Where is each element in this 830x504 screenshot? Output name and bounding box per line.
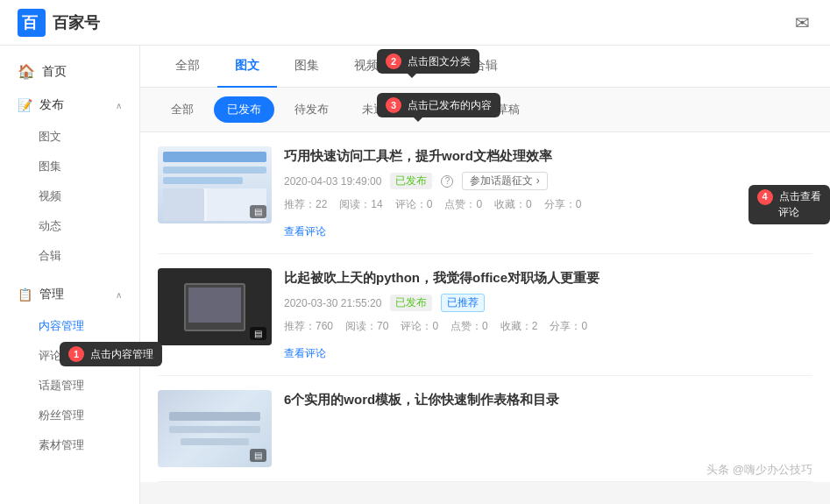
- subtab-pending[interactable]: 待发布: [281, 96, 342, 123]
- tooltip-graphic-tab: 2 点击图文分类: [377, 49, 479, 74]
- article-title-2[interactable]: 比起被吹上天的python，我觉得office对职场人更重要: [284, 268, 812, 287]
- article-thumb-3: ▤: [158, 390, 272, 467]
- circle-2: 2: [386, 53, 401, 69]
- article-date-1: 2020-04-03 19:49:00: [284, 175, 381, 188]
- tab-graphic[interactable]: 图文: [217, 46, 277, 88]
- home-icon: 🏠: [18, 63, 35, 80]
- manage-icon: 📋: [18, 287, 32, 302]
- manage-label: 管理: [39, 287, 64, 302]
- tab-album[interactable]: 图集: [277, 46, 337, 88]
- mail-icon[interactable]: ✉: [791, 12, 812, 33]
- sidebar-item-dynamic[interactable]: 动态: [0, 211, 139, 241]
- article-status-1: 已发布: [390, 173, 432, 189]
- article-stats-2: 推荐：760 阅读：70 评论：0 点赞：0 收藏：2 分享：0: [284, 319, 812, 334]
- view-comments-2[interactable]: 查看评论: [284, 346, 326, 361]
- article-stats-1: 推荐：22 阅读：14 评论：0 点赞：0 收藏：0 分享：0: [284, 197, 812, 212]
- circle-4: 4: [757, 189, 773, 205]
- publish-label: 发布: [39, 97, 64, 113]
- publish-sub-items: 图文 图集 视频 动态 合辑: [0, 122, 139, 271]
- thumb-icon-3: ▤: [250, 449, 266, 462]
- header: 百 百家号 ✉: [0, 0, 830, 46]
- thumb-icon-2: ▤: [250, 327, 266, 340]
- sidebar-publish-section: 📝 发布 ∧ 图文 图集 视频 动态 合辑: [0, 89, 139, 271]
- body-container: 🏠 首页 📝 发布 ∧ 图文 图集 视频 动态 合辑 📋: [0, 46, 830, 504]
- sidebar-publish-header[interactable]: 📝 发布 ∧: [0, 89, 139, 122]
- sidebar-item-material-manage[interactable]: 素材管理: [0, 430, 139, 460]
- tab-all[interactable]: 全部: [158, 46, 217, 88]
- logo-icon: 百: [18, 9, 46, 37]
- subtab-published[interactable]: 已发布: [214, 96, 274, 123]
- article-date-2: 2020-03-30 21:55:20: [284, 297, 381, 309]
- svg-text:百: 百: [22, 14, 39, 32]
- sidebar-item-home[interactable]: 🏠 首页: [0, 54, 139, 89]
- sidebar-home-label: 首页: [42, 64, 67, 80]
- article-meta-1: 2020-04-03 19:49:00 已发布 ? 参加话题征文 ›: [284, 172, 812, 190]
- article-status-2: 已发布: [390, 295, 432, 311]
- sidebar-item-collection[interactable]: 合辑: [0, 241, 139, 271]
- sidebar-item-topic-manage[interactable]: 话题管理: [0, 371, 139, 401]
- article-item-1: ▤ 巧用快速访问工具栏，提升word文档处理效率 2020-04-03 19:4…: [158, 132, 812, 254]
- sidebar-item-video[interactable]: 视频: [0, 181, 139, 211]
- manage-sub-items: 内容管理 评论管理 话题管理 粉丝管理 素材管理: [0, 311, 139, 460]
- article-info-3: 6个实用的word模板，让你快速制作表格和目录: [284, 390, 812, 415]
- tooltip-view-comment: 4 点击查看评论: [748, 185, 830, 224]
- article-meta-2: 2020-03-30 21:55:20 已发布 已推荐: [284, 294, 812, 312]
- article-thumb-1: ▤: [158, 146, 272, 224]
- circle-3: 3: [386, 97, 401, 113]
- sidebar: 🏠 首页 📝 发布 ∧ 图文 图集 视频 动态 合辑 📋: [0, 46, 140, 504]
- sidebar-manage-section: 📋 管理 ∧ 内容管理 评论管理 话题管理 粉丝管理 素材管理: [0, 278, 139, 460]
- logo-text: 百家号: [53, 12, 100, 33]
- article-info-2: 比起被吹上天的python，我觉得office对职场人更重要 2020-03-3…: [284, 268, 812, 361]
- publish-icon: 📝: [18, 98, 32, 112]
- tabs-row: 全部 图文 图集 视频 动态 合辑: [140, 46, 830, 88]
- recommend-tag-2: 已推荐: [441, 294, 485, 312]
- sidebar-item-album[interactable]: 图集: [0, 152, 139, 181]
- subtab-all[interactable]: 全部: [158, 96, 207, 123]
- thumb-icon-1: ▤: [250, 205, 266, 218]
- sidebar-item-fan-manage[interactable]: 粉丝管理: [0, 401, 139, 430]
- content-list: 4 点击查看评论 ▤: [140, 132, 830, 482]
- manage-chevron: ∧: [116, 290, 122, 300]
- article-item-2: ▤ 比起被吹上天的python，我觉得office对职场人更重要 2020-03…: [158, 254, 812, 376]
- tooltip-published-tab: 3 点击已发布的内容: [377, 93, 500, 117]
- article-title-3[interactable]: 6个实用的word模板，让你快速制作表格和目录: [284, 390, 812, 408]
- article-title-1[interactable]: 巧用快速访问工具栏，提升word文档处理效率: [284, 146, 812, 165]
- topic-btn-1[interactable]: 参加话题征文 ›: [462, 172, 547, 190]
- logo-area: 百 百家号: [18, 9, 100, 37]
- help-icon-1[interactable]: ?: [441, 175, 453, 188]
- article-item-3: ▤ 6个实用的word模板，让你快速制作表格和目录: [158, 376, 812, 482]
- article-thumb-2: ▤: [158, 268, 272, 345]
- publish-chevron: ∧: [116, 101, 122, 110]
- main-content: 2 点击图文分类 全部 图文 图集 视频 动态 合辑 3 点击已发布的内容 全部…: [140, 46, 830, 504]
- article-info-1: 巧用快速访问工具栏，提升word文档处理效率 2020-04-03 19:49:…: [284, 146, 812, 239]
- view-comments-1[interactable]: 查看评论: [284, 224, 326, 239]
- sidebar-item-graphic[interactable]: 图文: [0, 122, 139, 152]
- sidebar-manage-header[interactable]: 📋 管理 ∧: [0, 278, 139, 311]
- tooltip-content-manage: 1 点击内容管理: [140, 342, 162, 366]
- sidebar-item-content-manage[interactable]: 内容管理: [0, 311, 139, 341]
